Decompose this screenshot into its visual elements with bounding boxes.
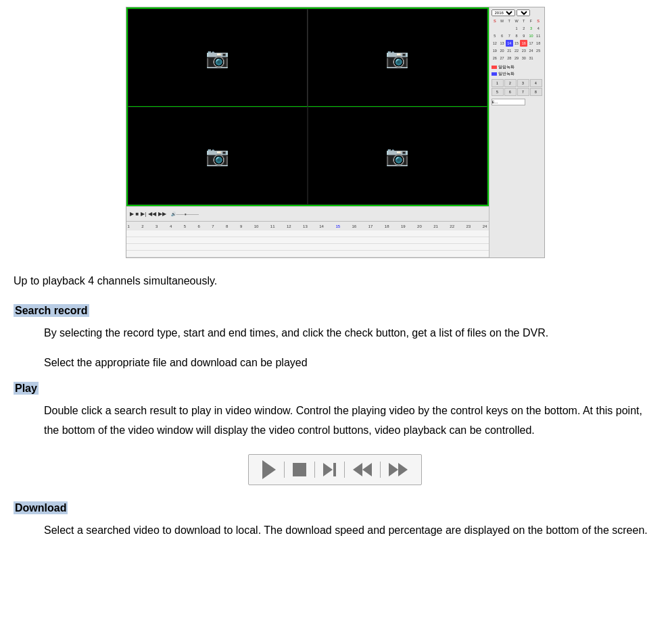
- cal-day-24[interactable]: 24: [527, 47, 535, 54]
- channel-7[interactable]: 7: [517, 88, 529, 96]
- legend-color-alarm: [492, 66, 497, 69]
- cal-day-8[interactable]: 8: [513, 32, 521, 39]
- cal-day-6[interactable]: 6: [498, 32, 506, 39]
- cal-day-20[interactable]: 20: [498, 47, 506, 54]
- sidebar-legend: 알람녹화 일반녹화: [492, 64, 542, 77]
- channel-8[interactable]: 8: [530, 88, 542, 96]
- timeline-row-2: [126, 237, 489, 244]
- separator-2: [314, 462, 315, 478]
- ctrl-step[interactable]: ▶|: [141, 211, 146, 217]
- cal-day-14-today[interactable]: 14: [506, 40, 513, 47]
- cal-day-12[interactable]: 12: [492, 40, 499, 47]
- cal-day-31[interactable]: 31: [527, 55, 535, 61]
- cal-day-21[interactable]: 21: [506, 47, 513, 54]
- cal-day-empty: [492, 25, 499, 32]
- intro-paragraph: Up to playback 4 channels simultaneously…: [14, 272, 656, 291]
- camera-icon-2: 📷: [385, 47, 409, 69]
- cal-header-tue: T: [506, 18, 513, 24]
- cal-day-2[interactable]: 2: [520, 25, 527, 32]
- legend-item-2: 일반녹화: [492, 71, 542, 77]
- cal-day-9[interactable]: 9: [520, 32, 527, 39]
- download-heading: Download: [14, 501, 68, 514]
- year-month-row: 2016 12: [492, 9, 542, 16]
- channel-grid: 1 2 3 4 5 6 7 8: [492, 79, 542, 96]
- cal-header-wed: W: [513, 18, 521, 24]
- cal-day-5[interactable]: 5: [492, 32, 499, 39]
- playback-play-button[interactable]: [262, 460, 276, 479]
- dvr-cell-3: 📷: [128, 107, 308, 205]
- month-select[interactable]: 12: [517, 9, 530, 16]
- cal-day-17[interactable]: 17: [527, 40, 535, 47]
- cal-day-16[interactable]: 16: [520, 40, 527, 47]
- playback-controls-container: [14, 454, 656, 485]
- cal-day-3[interactable]: 3: [527, 25, 535, 32]
- dvr-ui: 📷 📷 📷 📷 ▶ ■ ▶|: [126, 7, 545, 258]
- playback-stop-button[interactable]: [293, 463, 306, 476]
- search-record-para-2: Select the appropriate file and download…: [44, 353, 656, 373]
- play-heading: Play: [14, 382, 39, 395]
- cal-day-23[interactable]: 23: [520, 47, 527, 54]
- cal-day-18[interactable]: 18: [535, 40, 542, 47]
- playback-fast-forward-button[interactable]: [389, 463, 408, 476]
- timeline-row-1: [126, 230, 489, 237]
- channel-5[interactable]: 5: [492, 88, 504, 96]
- channel-2[interactable]: 2: [504, 79, 517, 87]
- playback-step-forward-button[interactable]: [323, 463, 336, 476]
- ctrl-rw[interactable]: ◀◀: [148, 211, 156, 217]
- dvr-video-grid: 📷 📷 📷 📷: [126, 7, 489, 206]
- channel-1[interactable]: 1: [492, 79, 504, 87]
- dvr-cell-4: 📷: [308, 107, 487, 205]
- cal-day-4[interactable]: 4: [535, 25, 542, 32]
- dvr-controls-bar: ▶ ■ ▶| ◀◀ ▶▶ 🔊——●———: [126, 206, 489, 221]
- cal-day-25[interactable]: 25: [535, 47, 542, 54]
- search-record-para-1: By selecting the record type, start and …: [44, 324, 656, 343]
- legend-label-normal: 일반녹화: [498, 71, 515, 77]
- cal-day-10[interactable]: 10: [527, 32, 535, 39]
- legend-item-1: 알람녹화: [492, 64, 542, 70]
- ctrl-stop[interactable]: ■: [136, 211, 139, 217]
- legend-color-normal: [492, 72, 497, 76]
- ctrl-volume: 🔊——●———: [171, 212, 199, 216]
- dvr-cell-2: 📷: [308, 9, 487, 107]
- cal-day-15[interactable]: 15: [513, 40, 521, 47]
- cal-day-7[interactable]: 7: [506, 32, 513, 39]
- year-select[interactable]: 2016: [492, 9, 515, 16]
- cal-day-30[interactable]: 30: [520, 55, 527, 61]
- camera-icon-4: 📷: [385, 145, 409, 167]
- search-record-heading: Search record: [14, 304, 89, 317]
- cal-week-1: 1 2 3 4: [492, 25, 542, 32]
- channel-3[interactable]: 3: [517, 79, 529, 87]
- ctrl-ff[interactable]: ▶▶: [158, 211, 166, 217]
- cal-header-mon: M: [498, 18, 506, 24]
- cal-header-sat: S: [535, 18, 542, 24]
- cal-day-13[interactable]: 13: [498, 40, 506, 47]
- cal-week-2: 5 6 7 8 9 10 11: [492, 32, 542, 39]
- timeline-row-4: [126, 251, 489, 257]
- cal-day-27[interactable]: 27: [498, 55, 506, 61]
- cal-day-22[interactable]: 22: [513, 47, 521, 54]
- ctrl-play[interactable]: ▶: [130, 211, 134, 217]
- mini-calendar: S M T W T F S 1 2 3: [492, 18, 542, 61]
- channel-6[interactable]: 6: [504, 88, 517, 96]
- sidebar-input[interactable]: [492, 99, 525, 105]
- play-heading-block: Play: [14, 382, 656, 395]
- channel-4[interactable]: 4: [530, 79, 542, 87]
- legend-label-alarm: 알람녹화: [498, 64, 515, 70]
- playback-fast-backward-button[interactable]: [353, 463, 372, 476]
- cal-week-3: 12 13 14 15 16 17 18: [492, 40, 542, 47]
- cal-header-sun: S: [492, 18, 499, 24]
- page-content: 📷 📷 📷 📷 ▶ ■ ▶|: [14, 0, 656, 568]
- cal-week-4: 19 20 21 22 23 24 25: [492, 47, 542, 54]
- cal-day-29[interactable]: 29: [513, 55, 521, 61]
- cal-day-1[interactable]: 1: [513, 25, 521, 32]
- camera-icon-1: 📷: [206, 47, 229, 69]
- sidebar-input-row: [492, 99, 542, 105]
- cal-day-19[interactable]: 19: [492, 47, 499, 54]
- play-para-1: Double click a search result to play in …: [44, 401, 656, 441]
- playback-controls: [248, 454, 422, 485]
- cal-day-11[interactable]: 11: [535, 32, 542, 39]
- cal-header-thu: T: [520, 18, 527, 24]
- cal-day-26[interactable]: 26: [492, 55, 499, 61]
- separator-3: [344, 462, 345, 478]
- cal-day-28[interactable]: 28: [506, 55, 513, 61]
